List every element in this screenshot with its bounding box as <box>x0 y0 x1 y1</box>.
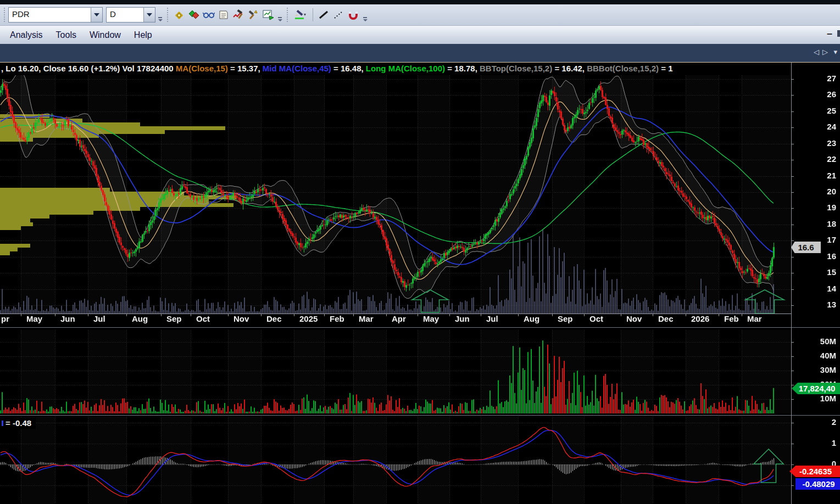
price-axis-label: 21 <box>791 171 836 180</box>
explore-glasses-icon <box>203 9 215 20</box>
price-axis-label: 27 <box>791 74 836 83</box>
date-axis-label: Jun <box>60 314 75 323</box>
tools-hammer-icon <box>247 9 259 20</box>
price-axis-label: 23 <box>791 138 836 148</box>
scroll-left-icon[interactable]: ◁ <box>814 48 819 56</box>
date-axis-label: pr <box>1 314 9 323</box>
main-toolbar: PDR D <box>0 4 840 25</box>
price-axis-label: 22 <box>791 154 836 164</box>
date-axis-label: May <box>26 314 42 323</box>
notes-document-button[interactable] <box>216 8 230 22</box>
window-button-partial[interactable] <box>837 30 840 37</box>
line-tool-button[interactable] <box>316 8 330 22</box>
menu-item-help[interactable]: Help <box>127 28 159 42</box>
title-segment: Long MA(Close,100) <box>366 64 445 73</box>
toolbar-overflow-icon[interactable] <box>277 7 283 23</box>
menu-bar: AnalysisToolsWindowHelp – <box>0 25 840 44</box>
chevron-down-icon <box>147 13 152 16</box>
price-axis-label: 14 <box>791 284 836 293</box>
title-segment: = 1 <box>659 64 672 73</box>
tools-hammer-button[interactable] <box>246 8 260 22</box>
price-axis-label: 25 <box>791 106 836 115</box>
price-axis-label: 15 <box>791 267 836 277</box>
chart-tab-strip: ◁ ▷ ▾ <box>0 44 840 62</box>
date-axis-label: Nov <box>626 314 642 323</box>
draw-pencil-icon <box>293 9 308 20</box>
toolbar-grip[interactable] <box>286 8 289 22</box>
period-value[interactable]: D <box>107 8 143 22</box>
volume-axis-label: 30M <box>791 365 836 374</box>
last-price-badge: 16.6 <box>791 242 821 253</box>
date-axis-label: Jul <box>486 314 498 323</box>
draw-pencil-button[interactable] <box>292 8 309 22</box>
date-axis-label: Dec <box>266 314 282 323</box>
date-axis-label: Dec <box>658 314 674 323</box>
analysis-hammer-chart-icon <box>232 9 244 20</box>
date-axis-label: Aug <box>524 314 539 323</box>
settings-gear-button[interactable] <box>172 8 186 22</box>
volume-axis-label: 50M <box>791 337 836 346</box>
dotted-line-tool-button[interactable] <box>331 8 345 22</box>
title-segment: MA(Close,15) <box>176 64 228 73</box>
chevron-down-icon <box>94 13 99 16</box>
date-axis-label: Sep <box>558 314 573 323</box>
date-axis-label: 2025 <box>299 314 318 323</box>
magnet-tool-button[interactable] <box>346 8 360 22</box>
scroll-right-icon[interactable]: ▷ <box>822 48 828 56</box>
analysis-hammer-chart-button[interactable] <box>231 8 245 22</box>
symbol-dropdown-button[interactable] <box>91 8 102 22</box>
chart-panel: , Lo 16.20, Close 16.60 (+1.2%) Vol 1782… <box>0 62 840 504</box>
title-segment: BBBot(Close,15,2) <box>587 64 659 73</box>
date-axis-label: Oct <box>196 314 210 323</box>
macd-signal-badge: -0.48029 <box>796 478 840 490</box>
new-chart-button[interactable] <box>261 8 275 22</box>
date-axis-label: Jul <box>93 314 105 323</box>
menu-item-window[interactable]: Window <box>83 28 127 42</box>
trading-app-window: { "toolbar": { "symbol_value": "PDR", "p… <box>0 0 840 504</box>
toolbar-grip[interactable] <box>166 8 169 22</box>
volume-axis-label: 10M <box>791 394 836 403</box>
title-segment: BBTop(Close,15,2) <box>480 64 552 73</box>
macd-axis-label: 2 <box>791 417 836 427</box>
date-axis-label: Sep <box>166 314 182 323</box>
date-axis-label: Mar <box>359 314 374 323</box>
volume-axis-label: 40M <box>791 351 836 360</box>
explore-glasses-button[interactable] <box>202 8 215 22</box>
symbol-value[interactable]: PDR <box>9 8 91 22</box>
toolbar-grip[interactable] <box>3 8 6 22</box>
macd-axis-label: 1 <box>791 438 836 447</box>
tab-list-dropdown-icon[interactable]: ▾ <box>833 48 837 56</box>
chart-title-overlay: , Lo 16.20, Close 16.60 (+1.2%) Vol 1782… <box>0 64 789 75</box>
macd-value-badge: -0.24635 <box>789 466 840 477</box>
date-axis-label: Mar <box>747 314 762 323</box>
toolbar-overflow-icon[interactable] <box>157 7 163 23</box>
title-segment: , Lo 16.20, Close 16.60 (+1.2%) Vol 1782… <box>1 64 176 73</box>
notes-document-icon <box>218 9 229 20</box>
macd-pane-title: = -0.48 <box>0 418 36 429</box>
date-axis-label: Jun <box>455 314 470 323</box>
date-axis-label: Oct <box>589 314 603 323</box>
symbols-diamonds-button[interactable] <box>187 8 201 22</box>
price-axis[interactable]: 272625242322212019181716151413 <box>791 63 840 326</box>
macd-axis[interactable]: 210-1 <box>791 414 840 504</box>
date-axis-label: Apr <box>392 314 406 323</box>
menu-item-tools[interactable]: Tools <box>49 28 83 42</box>
period-combobox[interactable]: D <box>106 7 155 23</box>
new-chart-icon <box>262 9 274 20</box>
period-dropdown-button[interactable] <box>143 8 155 22</box>
chart-canvas[interactable] <box>0 63 840 504</box>
last-volume-badge: 17,824,40 <box>792 383 840 394</box>
symbol-combobox[interactable]: PDR <box>8 7 103 23</box>
price-axis-label: 18 <box>791 219 836 228</box>
volume-axis[interactable]: 50M40M30M20M10M <box>791 326 840 414</box>
date-axis-label: May <box>423 314 439 323</box>
window-top-edge <box>0 0 840 4</box>
date-axis[interactable]: prMayJunJulAugSepOctNovDec2025FebMarAprM… <box>0 314 791 326</box>
title-segment: = 16.48, <box>331 64 366 73</box>
minimize-button[interactable]: – <box>827 28 832 40</box>
menu-item-analysis[interactable]: Analysis <box>3 28 49 42</box>
title-segment: = 16.42, <box>552 64 587 73</box>
toolbar-overflow-icon[interactable] <box>362 7 368 23</box>
toolbar-separator <box>313 8 313 21</box>
title-segment: = 15.37, <box>228 64 263 73</box>
